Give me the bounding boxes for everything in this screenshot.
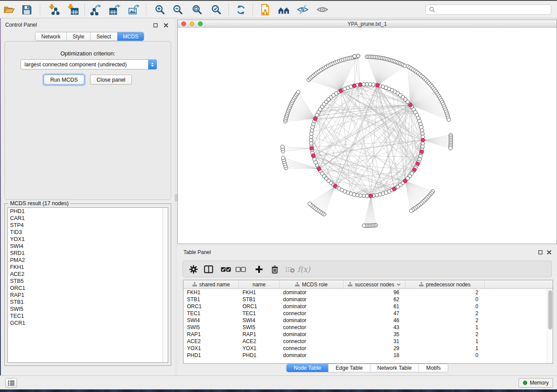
export-image-button[interactable] xyxy=(126,2,142,17)
function-builder-button[interactable]: f(x) xyxy=(298,264,310,275)
close-panel-button[interactable]: Close panel xyxy=(90,75,132,85)
table-scrollbar-thumb[interactable] xyxy=(548,290,552,330)
network-canvas[interactable] xyxy=(178,28,557,244)
mcds-result-item[interactable]: ORC1 xyxy=(8,285,163,292)
tab-node-table[interactable]: Node Table xyxy=(287,364,329,372)
float-panel-icon[interactable] xyxy=(152,22,158,28)
network-from-selection-button[interactable] xyxy=(257,2,273,17)
zoom-out-button[interactable] xyxy=(170,2,186,17)
table-row[interactable]: TEC1TEC1connector472 xyxy=(183,310,553,317)
tab-network-table[interactable]: Network Table xyxy=(370,364,419,372)
table-settings-button[interactable] xyxy=(189,264,198,275)
network-window: YPA_prune.txt_1 xyxy=(177,20,557,244)
table-row[interactable]: FKH1FKH1dominator962 xyxy=(183,289,553,296)
mcds-result-item[interactable]: RAP1 xyxy=(8,292,163,299)
mcds-result-item[interactable]: SWI4 xyxy=(8,243,163,250)
import-network-button[interactable] xyxy=(46,2,62,17)
add-column-button[interactable] xyxy=(255,264,263,275)
mcds-result-item[interactable]: TID3 xyxy=(8,229,163,236)
mcds-result-item[interactable]: PHD1 xyxy=(8,208,163,215)
cell-mcds_role: dominator xyxy=(280,352,343,359)
mcds-list-scrollbar[interactable] xyxy=(163,207,168,363)
mcds-result-item[interactable]: STP4 xyxy=(8,222,163,229)
mcds-result-item[interactable]: FKH1 xyxy=(8,264,163,271)
trash-icon xyxy=(271,265,278,274)
column-header-predecessor[interactable]: predecessor nodes xyxy=(405,280,484,289)
cell-shared_name: YOX1 xyxy=(183,345,239,352)
import-table-button[interactable] xyxy=(65,2,81,17)
mcds-result-item[interactable]: SWI5 xyxy=(8,306,163,313)
hide-selected-button[interactable] xyxy=(295,2,311,17)
mcds-result-item[interactable]: CAR1 xyxy=(8,215,163,222)
destroy-table-button[interactable] xyxy=(285,264,295,275)
close-panel-icon[interactable] xyxy=(163,22,169,28)
column-header-shared_name[interactable]: shared name xyxy=(183,280,239,289)
table-row[interactable]: SWI5SWI5connector431 xyxy=(183,324,553,331)
cell-successor: 35 xyxy=(343,331,405,338)
zoom-selected-button[interactable] xyxy=(208,2,224,17)
tab-mcds[interactable]: MCDS xyxy=(118,32,144,41)
table-scrollbar[interactable] xyxy=(547,289,553,364)
zoom-fit-button[interactable] xyxy=(189,2,205,17)
tab-style[interactable]: Style xyxy=(67,32,90,41)
cell-predecessor: 1 xyxy=(405,324,484,331)
zoom-in-button[interactable] xyxy=(152,2,168,17)
mcds-result-item[interactable]: TEC1 xyxy=(8,313,163,320)
delete-column-button[interactable] xyxy=(271,264,278,275)
split-panel-button[interactable] xyxy=(204,264,213,275)
table-row[interactable]: YOX1YOX1connector291 xyxy=(183,345,553,352)
column-header-label: name xyxy=(253,282,266,288)
table-row[interactable]: ORC1ORC1dominator610 xyxy=(183,303,553,310)
mcds-result-item[interactable]: GCR1 xyxy=(8,320,163,327)
close-table-panel-icon[interactable] xyxy=(546,249,552,255)
tab-edge-table[interactable]: Edge Table xyxy=(329,364,370,372)
open-file-button[interactable] xyxy=(1,2,17,17)
mcds-result-item[interactable]: ACE2 xyxy=(8,271,163,278)
save-session-button[interactable] xyxy=(19,2,35,17)
memory-button[interactable]: Memory xyxy=(519,378,553,388)
criterion-dropdown[interactable]: largest connected component (undirected) xyxy=(21,59,157,69)
mcds-result-item[interactable]: SRD1 xyxy=(8,250,163,257)
mcds-result-item[interactable]: PMA2 xyxy=(8,257,163,264)
table-row[interactable]: STB1STB1dominator620 xyxy=(183,296,553,303)
mcds-result-item[interactable]: STB1 xyxy=(8,299,163,306)
show-hidden-button[interactable] xyxy=(315,2,330,17)
export-network-button[interactable] xyxy=(88,2,104,17)
table-row[interactable]: RAP1RAP1dominator352 xyxy=(183,331,553,338)
column-header-successor[interactable]: successor nodes xyxy=(343,280,405,289)
task-history-button[interactable] xyxy=(5,378,17,388)
mcds-result-item[interactable]: STB5 xyxy=(8,278,163,285)
table-row[interactable]: SWI4SWI4dominator462 xyxy=(183,317,553,324)
zoom-fit-icon xyxy=(192,4,203,15)
select-all-button[interactable] xyxy=(221,264,231,275)
export-table-button[interactable] xyxy=(107,2,123,17)
cell-mcds_role: connector xyxy=(280,345,343,352)
search-field[interactable] xyxy=(426,4,551,15)
table-row[interactable]: PHD1PHD1dominator180 xyxy=(183,352,553,359)
network-window-titlebar[interactable]: YPA_prune.txt_1 xyxy=(178,20,557,28)
import-network-icon xyxy=(48,4,60,16)
control-panel-header: Control Panel xyxy=(1,21,175,29)
refresh-button[interactable] xyxy=(233,2,249,17)
run-mcds-button[interactable]: Run MCDS xyxy=(44,75,84,85)
table-tabs: Node Table Edge Table Network Table Moti… xyxy=(286,364,448,372)
cell-predecessor: 0 xyxy=(405,303,484,310)
optimization-criterion-label: Optimization criterion: xyxy=(5,50,171,57)
column-header-name[interactable]: name xyxy=(239,280,280,289)
mcds-result-list[interactable]: PHD1CAR1STP4TID3YOX1SWI4SRD1PMA2FKH1ACE2… xyxy=(7,207,163,363)
tab-network[interactable]: Network xyxy=(35,32,67,41)
deselect-all-button[interactable] xyxy=(235,264,246,275)
mcds-result-item[interactable]: YOX1 xyxy=(8,236,163,243)
checked-boxes-icon xyxy=(221,267,231,272)
export-table-icon xyxy=(109,4,121,16)
tab-motifs[interactable]: Motifs xyxy=(419,364,447,372)
float-table-panel-icon[interactable] xyxy=(537,249,543,255)
tab-select[interactable]: Select xyxy=(90,32,118,41)
table-row[interactable]: ACE2ACE2connector311 xyxy=(183,338,553,345)
cell-mcds_role: dominator xyxy=(280,317,343,324)
show-all-networks-button[interactable] xyxy=(276,2,292,17)
search-input[interactable] xyxy=(437,7,551,13)
node-table: shared namenameMCDS rolesuccessor nodesp… xyxy=(183,280,553,364)
column-header-mcds_role[interactable]: MCDS role xyxy=(280,280,343,289)
toolbar-separator xyxy=(228,4,229,15)
